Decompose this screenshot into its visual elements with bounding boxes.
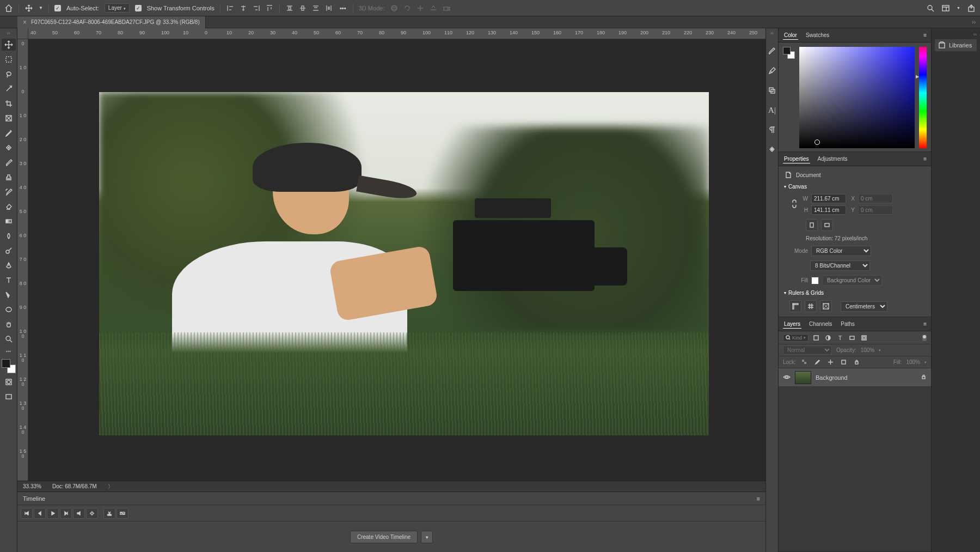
link-wh-icon[interactable] [792,199,797,210]
lock-pixels-icon[interactable] [813,358,822,367]
gradient-tool[interactable] [2,215,16,227]
filter-type-icon[interactable]: T [836,333,844,342]
pen-tool[interactable] [2,259,16,271]
color-swatch[interactable] [2,359,16,373]
canvas-x-input[interactable] [858,194,893,203]
move-tool-icon[interactable] [24,4,33,13]
document-tab[interactable]: × F07C0659-C122-48AF-8006-469EABDA27CF.J… [17,16,206,28]
layer-visibility-icon[interactable] [783,374,791,381]
layer-name[interactable]: Background [816,374,848,381]
properties-tab[interactable]: Properties [783,155,810,163]
screen-mode-tool[interactable] [2,391,16,403]
align-top-icon[interactable] [265,4,274,13]
lock-all-icon[interactable] [853,358,861,367]
history-brush-tool[interactable] [2,186,16,198]
status-arrow-icon[interactable]: 〉 [108,483,113,490]
distribute-h-icon[interactable] [324,4,333,13]
opacity-value[interactable]: 100% [861,347,875,353]
timeline-type-dropdown[interactable]: ▼ [421,531,433,543]
tl-transition-button[interactable] [117,508,128,519]
color-field[interactable] [799,47,915,148]
wand-tool[interactable] [2,83,16,95]
modifier-panel-icon[interactable] [768,145,776,154]
distribute-v-center-icon[interactable] [298,4,307,13]
horizontal-ruler[interactable]: 4050607080901001001020304050607080901001… [28,28,765,39]
tl-first-frame-button[interactable] [21,508,33,519]
brushes-panel-icon[interactable] [768,47,776,56]
align-left-icon[interactable] [226,4,235,13]
paragraph-panel-icon[interactable] [768,125,776,134]
filter-adjust-icon[interactable] [824,333,832,342]
share-icon[interactable] [967,4,976,13]
adjustments-tab[interactable]: Adjustments [817,155,849,163]
libraries-tab[interactable]: Libraries [935,39,977,51]
filter-toggle-switch[interactable] [922,335,927,341]
tl-split-button[interactable] [103,508,115,519]
type-tool[interactable] [2,274,16,286]
stamp-tool[interactable] [2,171,16,183]
ruler-units-select[interactable]: Centimeters [841,301,887,312]
properties-panel-menu-icon[interactable]: ≡ [923,156,927,162]
lock-nesting-icon[interactable] [840,358,848,367]
layer-fill-value[interactable]: 100% [906,359,920,365]
workspace-caret-icon[interactable]: ▼ [957,6,960,10]
canvas-section-header[interactable]: ▾Canvas [784,184,926,190]
hand-tool[interactable] [2,318,16,330]
layers-tab[interactable]: Layers [783,320,801,329]
frame-tool[interactable] [2,112,16,124]
timeline-header[interactable]: Timeline [23,495,45,502]
search-icon[interactable] [926,4,935,13]
marquee-tool[interactable] [2,53,16,65]
layer-lock-icon[interactable] [921,374,927,381]
lock-transparent-icon[interactable] [800,358,809,367]
color-mode-select[interactable]: RGB Color [811,246,871,256]
expand-strip-icon[interactable]: ‹‹ [770,31,774,36]
blend-mode-select[interactable]: Normal [783,345,832,355]
grid-toggle-button[interactable] [805,300,817,312]
collapse-panel-icon[interactable]: ›› [967,19,980,25]
move-tool[interactable] [2,39,16,51]
show-transform-checkbox[interactable]: ✓ [135,5,142,11]
brush-tool[interactable] [2,156,16,168]
auto-select-checkbox[interactable]: ✓ [54,5,61,11]
fill-select[interactable]: Background Color [822,275,882,286]
layer-row[interactable]: Background [779,368,931,387]
crop-tool[interactable] [2,98,16,110]
auto-select-target-dropdown[interactable]: Layer ▾ [105,3,130,13]
close-tab-icon[interactable]: × [23,19,27,26]
zoom-tool[interactable] [2,333,16,345]
lasso-tool[interactable] [2,68,16,80]
timeline-menu-icon[interactable]: ≡ [757,495,760,502]
filter-smart-icon[interactable] [860,333,868,342]
doc-size-label[interactable]: Doc: 68.7M/68.7M [52,483,97,489]
canvas-y-input[interactable] [858,205,893,215]
lock-position-icon[interactable] [826,358,835,367]
filter-shape-icon[interactable] [848,333,856,342]
vertical-ruler[interactable]: 01 001 02 03 04 05 06 07 08 09 01 0 01 1… [17,39,28,481]
rulers-toggle-button[interactable] [789,300,801,312]
create-video-timeline-button[interactable]: Create Video Timeline [350,531,418,543]
workspace-icon[interactable] [941,4,950,13]
healing-tool[interactable] [2,142,16,154]
bit-depth-select[interactable]: 8 Bits/Channel [810,260,870,271]
eyedropper-tool[interactable] [2,127,16,139]
tl-mute-button[interactable] [73,508,85,519]
character-panel-icon[interactable]: A| [768,106,776,114]
canvas-stage[interactable] [28,39,765,481]
dodge-tool[interactable] [2,245,16,257]
path-tool[interactable] [2,289,16,301]
channels-tab[interactable]: Channels [808,320,833,328]
hue-slider[interactable]: ▶ [919,47,927,148]
clone-panel-icon[interactable] [768,86,776,95]
orientation-landscape-button[interactable] [821,219,833,231]
distribute-v-top-icon[interactable] [285,4,294,13]
dropdown-caret-icon[interactable]: ▼ [39,5,43,10]
tl-settings-button[interactable] [86,508,98,519]
align-center-h-icon[interactable] [239,4,248,13]
canvas-height-input[interactable] [811,205,846,215]
shape-tool[interactable] [2,304,16,316]
paths-tab[interactable]: Paths [840,320,856,328]
tl-prev-frame-button[interactable] [34,508,46,519]
swatches-tab[interactable]: Swatches [805,31,830,39]
color-tab[interactable]: Color [783,31,798,40]
